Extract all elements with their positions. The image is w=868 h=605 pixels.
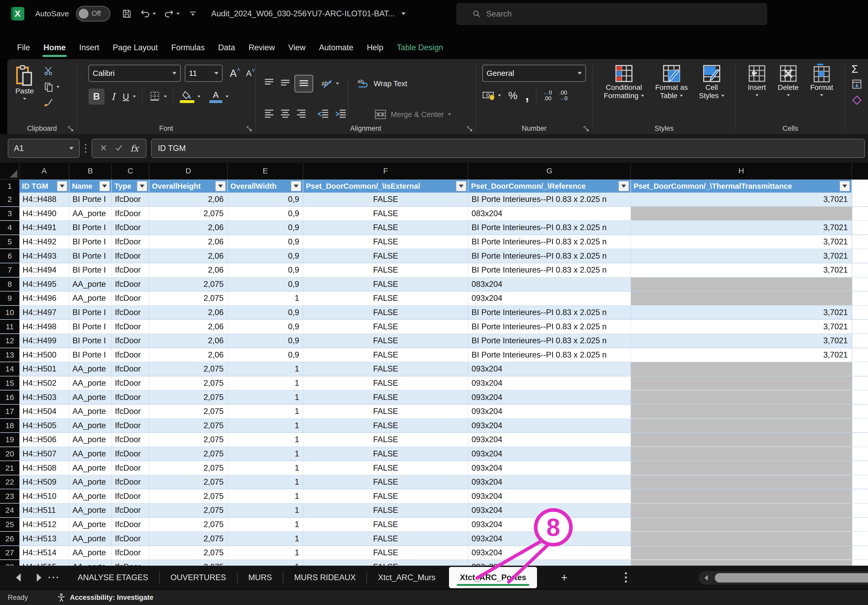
cell[interactable]: H4::H499 [19,334,69,347]
name-box[interactable]: A1 [8,139,80,158]
align-center-button[interactable] [279,109,291,120]
empty-cell[interactable] [852,192,868,206]
empty-cell[interactable] [852,546,868,560]
cell[interactable]: H4::H491 [19,221,69,234]
cell[interactable]: IfcDoor [112,433,149,447]
number-dialog-launcher[interactable] [583,125,589,132]
empty-cell[interactable] [852,180,868,192]
row-number[interactable]: 16 [0,390,19,404]
cell[interactable] [631,518,852,532]
cell[interactable]: H4::H496 [19,292,69,305]
cell[interactable]: IfcDoor [112,419,149,433]
cell[interactable]: 093x204 [468,532,631,546]
cell[interactable]: IfcDoor [112,334,149,347]
cell[interactable]: 0,9 [228,221,303,234]
align-right-button[interactable] [296,109,307,120]
cell[interactable] [631,475,852,489]
underline-button[interactable]: U [122,92,129,102]
cell[interactable]: BI Porte Interieures--PI 0.83 x 2.025 n [468,221,631,234]
row-number[interactable]: 9 [0,292,19,305]
cell[interactable]: 0,9 [228,306,303,320]
empty-cell[interactable] [852,405,868,418]
cell[interactable]: H4::H493 [19,249,69,263]
increase-font-size-button[interactable]: A˄ [230,68,240,79]
cell[interactable]: BI Porte I [69,192,112,206]
cell[interactable]: 083x204 [468,278,631,291]
cell[interactable]: H4::H512 [19,518,69,532]
menu-tab-home[interactable]: Home [37,43,73,59]
copy-button[interactable] [43,82,59,92]
cell[interactable]: FALSE [303,489,468,503]
cell[interactable]: 2,075 [149,560,228,566]
cell[interactable]: BI Porte Interieures--PI 0.83 x 2.025 n [468,348,631,362]
sheet-tab-ouvertures[interactable]: OUVERTURES [160,573,237,582]
horizontal-scrollbar[interactable] [699,571,868,585]
cell[interactable]: 0,9 [228,207,303,220]
excel-app-icon[interactable]: X [11,7,24,20]
cell[interactable]: 2,075 [149,518,228,532]
insert-cells-button[interactable]: Insert [748,64,766,96]
enter-button[interactable] [115,144,123,153]
empty-cell[interactable] [852,504,868,517]
cell[interactable]: 1 [228,489,303,503]
cell[interactable]: 3,7021 [631,348,852,362]
cell[interactable]: 2,06 [149,249,228,263]
sheet-tab-analyse-etages[interactable]: ANALYSE ETAGES [67,573,159,582]
cell[interactable] [631,461,852,475]
cell[interactable]: AA_porte [69,560,112,566]
cell[interactable]: 093x204 [468,504,631,517]
cell[interactable]: IfcDoor [112,447,149,461]
row-number[interactable]: 27 [0,546,19,560]
cell[interactable]: 2,075 [149,504,228,517]
cell[interactable]: 1 [228,433,303,447]
filter-button[interactable] [618,181,629,191]
paste-button[interactable]: Paste [14,65,35,108]
insert-function-button[interactable]: fx [130,143,139,154]
cell[interactable]: FALSE [303,433,468,447]
cell[interactable]: 3,7021 [631,320,852,334]
clear-button[interactable] [851,95,868,107]
cell[interactable]: IfcDoor [112,390,149,404]
filter-button[interactable] [137,181,147,191]
cell[interactable]: 1 [228,546,303,560]
title-dropdown-icon[interactable] [401,12,406,15]
cell[interactable]: 1 [228,461,303,475]
filter-button[interactable] [57,181,67,191]
decrease-font-size-button[interactable]: A˅ [246,68,255,78]
cell[interactable] [631,362,852,376]
cell[interactable]: BI Porte Interieures--PI 0.83 x 2.025 n [468,306,631,320]
cell[interactable]: BI Porte I [69,348,112,362]
cell[interactable]: H4::H505 [19,419,69,433]
new-sheet-button[interactable]: + [550,571,578,584]
empty-cell[interactable] [852,278,868,291]
cell[interactable]: 3,7021 [631,192,852,206]
format-as-table-button[interactable]: Format as Table [655,64,688,100]
cell[interactable]: BI Porte Interieures--PI 0.83 x 2.025 n [468,192,631,206]
cell[interactable]: FALSE [303,475,468,489]
cell[interactable]: 2,06 [149,306,228,320]
row-number[interactable]: 14 [0,362,19,376]
cell[interactable]: 1 [228,475,303,489]
cell[interactable]: 0,9 [228,235,303,249]
cell[interactable]: IfcDoor [112,348,149,362]
cell[interactable]: FALSE [303,518,468,532]
cell[interactable]: IfcDoor [112,306,149,320]
number-format-select[interactable]: General [482,65,586,82]
prev-sheet-icon[interactable] [16,573,21,582]
cell[interactable]: FALSE [303,306,468,320]
cell[interactable]: 2,06 [149,263,228,277]
font-color-button[interactable]: A [209,90,222,103]
font-name-select[interactable]: Calibri [88,65,181,82]
decrease-decimal-button[interactable]: .00 →0 [559,90,567,101]
sheet-tab-murs-rideaux[interactable]: MURS RIDEAUX [284,573,367,582]
sheet-tab-murs[interactable]: MURS [237,573,283,582]
table-column-header[interactable]: Type [112,180,149,192]
cell[interactable]: IfcDoor [112,376,149,390]
cell[interactable] [631,292,852,305]
cell[interactable]: H4::H507 [19,447,69,461]
empty-cell[interactable] [852,419,868,433]
workbook-title[interactable]: Audit_2024_W06_030-256YU7-ARC-ILOT01-BAT… [211,9,395,19]
cell[interactable]: FALSE [303,320,468,334]
cell[interactable]: FALSE [303,192,468,206]
cell[interactable]: 093x204 [468,546,631,560]
